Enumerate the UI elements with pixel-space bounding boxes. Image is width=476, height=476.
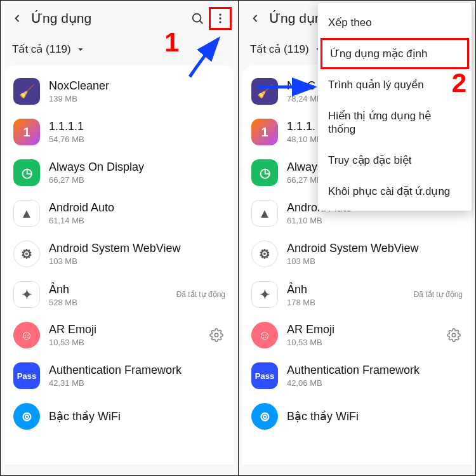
menu-item[interactable]: Truy cập đặc biệt [318,145,472,176]
back-button[interactable] [7,8,27,29]
app-name: Bậc thầy WiFi [49,409,225,423]
app-text: 1.1.1.154,76 MB [49,120,225,144]
app-icon: ◷ [13,159,40,186]
app-size: 54,76 MB [49,135,225,144]
app-size: 66,27 MB [49,175,225,185]
app-row[interactable]: ⊚Bậc thầy WiFi [242,396,472,437]
app-row[interactable]: ☺AR Emoji10,53 MB [242,315,472,355]
app-size: 10,53 MB [287,338,445,347]
app-icon: Pass [251,362,278,389]
menu-item[interactable]: Hiển thị ứng dụng hệ thống [318,100,472,145]
svg-marker-5 [78,48,83,51]
app-text: AR Emoji10,53 MB [287,323,445,347]
svg-point-6 [215,333,218,337]
menu-item[interactable]: Ứng dụng mặc định [321,38,469,69]
filter-dropdown[interactable]: Tất cả (119) [250,43,323,56]
filter-dropdown[interactable]: Tất cả (119) [12,43,85,56]
panel-step-2: Ứng dụng Tất cả (119) 🧹NoxC78,24 MB11.1.… [238,1,475,475]
app-name: AR Emoji [287,323,445,336]
back-button[interactable] [245,8,265,29]
filter-label: Tất cả (119) [12,43,71,56]
svg-line-1 [200,21,203,24]
gear-icon[interactable] [445,326,463,344]
panel-step-1: Ứng dụng Tất cả (119) 🧹NoxCleaner139 MB1… [1,1,238,475]
step-number-2: 2 [452,68,466,98]
svg-point-0 [193,14,201,22]
app-row[interactable]: ⚙Android System WebView103 MB [4,234,234,274]
app-name: Bậc thầy WiFi [287,409,463,423]
app-row[interactable]: ✦Ảnh178 MBĐã tắt tự động [242,274,472,315]
app-size: 103 MB [287,256,463,266]
app-size: 139 MB [49,94,225,103]
app-name: Ảnh [287,282,414,296]
app-name: Authentication Framework [49,364,225,377]
app-row[interactable]: ⊚Bậc thầy WiFi [4,396,234,437]
app-icon: ✦ [251,281,278,308]
app-name: 1.1.1.1 [49,120,225,133]
app-size: 10,53 MB [49,338,208,347]
app-icon: ▲ [251,200,278,227]
svg-point-3 [219,17,221,19]
app-text: Ảnh178 MB [287,282,414,307]
app-icon: ☺ [13,322,40,348]
app-row[interactable]: ▲Android Auto61,14 MB [4,193,234,234]
app-icon: ▲ [13,200,40,227]
gear-icon[interactable] [208,326,225,344]
search-icon[interactable] [186,7,209,30]
app-row[interactable]: ☺AR Emoji10,53 MB [4,315,234,355]
app-row[interactable]: PassAuthentication Framework42,31 MB [4,355,234,396]
app-row[interactable]: PassAuthentication Framework42,06 MB [242,355,472,396]
app-text: Bậc thầy WiFi [287,409,463,423]
app-text: Authentication Framework42,06 MB [287,364,463,388]
annotation-arrow-1 [183,32,228,83]
app-size: 528 MB [49,298,176,307]
filter-label: Tất cả (119) [250,43,309,56]
app-name: Android System WebView [287,242,463,255]
svg-point-9 [452,333,456,337]
app-text: AR Emoji10,53 MB [49,323,208,347]
app-text: Ảnh528 MB [49,282,176,307]
chevron-down-icon [76,45,85,54]
app-name: AR Emoji [49,323,208,336]
page-title: Ứng dụng [27,11,186,26]
app-icon: ⚙ [251,241,278,267]
app-row[interactable]: ◷Always On Display66,27 MB [4,152,234,193]
svg-point-2 [219,14,221,16]
app-size: 42,06 MB [287,378,463,388]
app-size: 103 MB [49,256,225,266]
app-icon: 1 [251,119,278,145]
app-icon: ⊚ [251,403,278,430]
app-icon: ⚙ [13,241,40,267]
app-name: Android Auto [49,201,225,215]
app-name: Authentication Framework [287,364,463,377]
header: Ứng dụng [1,1,238,36]
app-size: 61,14 MB [49,216,225,225]
app-list: 🧹NoxCleaner139 MB11.1.1.154,76 MB◷Always… [4,65,234,465]
app-icon: ◷ [251,159,278,186]
app-size: 178 MB [287,298,414,307]
app-icon: 🧹 [13,78,40,105]
svg-point-4 [219,21,221,23]
app-icon: ✦ [13,281,40,308]
app-text: Always On Display66,27 MB [49,161,225,185]
app-icon: 1 [13,119,40,145]
app-row[interactable]: ⚙Android System WebView103 MB [242,234,472,274]
menu-item[interactable]: Trình quản lý quyền [318,69,472,100]
step-number-1: 1 [164,27,179,58]
app-text: Android Auto61,14 MB [49,201,225,225]
app-text: Bậc thầy WiFi [49,409,225,423]
app-row[interactable]: ✦Ảnh528 MBĐã tắt tự động [4,274,234,315]
app-icon: Pass [13,362,40,389]
overflow-menu: Xếp theoỨng dụng mặc địnhTrình quản lý q… [318,3,472,211]
app-size: 61,10 MB [287,216,463,225]
menu-item[interactable]: Xếp theo [318,7,472,38]
annotation-arrow-2 [254,74,324,100]
app-status: Đã tắt tự động [414,290,463,299]
app-text: Android System WebView103 MB [287,242,463,266]
app-name: Android System WebView [49,242,225,255]
app-text: Android System WebView103 MB [49,242,225,266]
menu-item[interactable]: Khôi phục cài đặt ứ.dụng [318,176,472,207]
app-row[interactable]: 11.1.1.154,76 MB [4,112,234,152]
more-options-icon[interactable] [209,7,232,30]
app-icon: ☺ [251,322,278,348]
